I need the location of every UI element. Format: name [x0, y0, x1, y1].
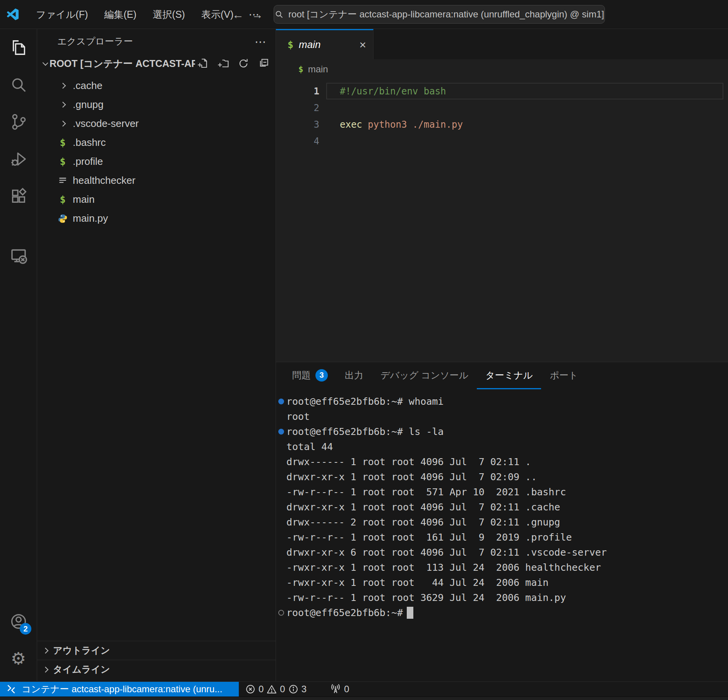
status-bar: コンテナー actcast-app-libcamera:native (unru… — [0, 681, 728, 697]
radio-tower-icon — [330, 683, 341, 695]
search-icon — [274, 10, 284, 19]
chevron-right-icon — [43, 647, 49, 654]
chevron-right-icon — [43, 666, 49, 673]
terminal-line: root@eff65e2bfb6b:~# ls -la — [276, 424, 728, 439]
code-editor[interactable]: 1 #!/usr/bin/env bash 2 3 exec python3 .… — [276, 79, 728, 149]
terminal-line: -rwxr-xr-x 1 root root 113 Jul 24 2006 h… — [276, 560, 728, 575]
tree-item-main[interactable]: $ main — [37, 190, 276, 209]
timeline-section[interactable]: タイムライン — [37, 660, 276, 679]
root-section-label: ROOT [コンテナー ACTCAST-APP... — [50, 57, 195, 70]
refresh-icon[interactable] — [238, 58, 249, 69]
python-icon — [58, 214, 68, 224]
tree-item-vscode-server[interactable]: .vscode-server — [37, 114, 276, 133]
tab-ports[interactable]: ポート — [541, 362, 586, 389]
remote-icon — [6, 684, 16, 694]
command-decoration-pending-icon — [278, 610, 284, 616]
bottom-strip — [0, 697, 728, 700]
code-line-2[interactable]: 2 — [276, 99, 728, 116]
terminal-line: root@eff65e2bfb6b:~# whoami — [276, 394, 728, 409]
chevron-down-icon — [43, 60, 48, 66]
settings-gear-icon[interactable]: ⚙ — [0, 640, 37, 677]
explorer-section-root[interactable]: ROOT [コンテナー ACTCAST-APP... — [37, 54, 276, 73]
error-icon — [245, 684, 256, 695]
bottom-panel: 問題 3 出力 デバッグ コンソール ターミナル ポート root@eff65e… — [276, 362, 728, 682]
chevron-right-icon — [60, 102, 66, 108]
command-decoration-icon — [278, 429, 284, 435]
tab-main[interactable]: $ main × — [276, 29, 373, 59]
terminal-line: drwx------ 2 root root 4096 Jul 7 02:11 … — [276, 515, 728, 530]
explorer-sidebar: エクスプローラー ⋯ ROOT [コンテナー ACTCAST-APP... — [37, 29, 276, 681]
tab-debug-console[interactable]: デバッグ コンソール — [372, 362, 477, 389]
code-line-1[interactable]: 1 #!/usr/bin/env bash — [276, 83, 728, 99]
explorer-header: エクスプローラー ⋯ — [37, 29, 276, 54]
terminal-line: drwxr-xr-x 6 root root 4096 Jul 7 02:11 … — [276, 545, 728, 560]
line-number: 3 — [276, 119, 319, 130]
menu-bar: ファイル(F) 編集(E) 選択(S) 表示(V) ⋯ — [28, 0, 266, 29]
new-folder-icon[interactable] — [218, 58, 229, 69]
tab-label: main — [299, 39, 354, 51]
tree-item-gnupg[interactable]: .gnupg — [37, 95, 276, 114]
problems-status[interactable]: 0 0 3 — [245, 684, 307, 695]
activity-bar-bottom: 2 ⚙ — [0, 603, 37, 681]
remote-explorer-icon[interactable] — [0, 237, 37, 274]
remote-indicator[interactable]: コンテナー actcast-app-libcamera:native (unru… — [0, 682, 239, 697]
tree-item-healthchecker[interactable]: healthchecker — [37, 171, 276, 190]
terminal[interactable]: root@eff65e2bfb6b:~# whoami root root@ef… — [276, 394, 728, 620]
terminal-line: -rw-r--r-- 1 root root 161 Jul 9 2019 .p… — [276, 530, 728, 545]
menu-edit[interactable]: 編集(E) — [96, 5, 144, 24]
terminal-cursor — [407, 607, 413, 619]
close-icon[interactable]: × — [359, 38, 366, 51]
new-file-icon[interactable] — [197, 58, 209, 69]
tab-terminal[interactable]: ターミナル — [477, 362, 541, 389]
tree-item-cache[interactable]: .cache — [37, 76, 276, 95]
search-view-icon[interactable] — [0, 66, 37, 103]
terminal-line: drwx------ 1 root root 4096 Jul 7 02:11 … — [276, 454, 728, 469]
menu-selection[interactable]: 選択(S) — [145, 5, 193, 24]
shellscript-icon: $ — [60, 156, 65, 167]
status-bar-items: 0 0 3 — [245, 682, 349, 697]
terminal-line: -rw-r--r-- 1 root root 571 Apr 10 2021 .… — [276, 484, 728, 500]
terminal-line: drwxr-xr-x 1 root root 4096 Jul 7 02:09 … — [276, 469, 728, 484]
run-debug-icon[interactable] — [0, 140, 37, 178]
explorer-more-actions-icon[interactable]: ⋯ — [255, 35, 267, 48]
terminal-line: -rw-r--r-- 1 root root 3629 Jul 24 2006 … — [276, 590, 728, 605]
accounts-badge: 2 — [20, 623, 31, 635]
vscode-window: ファイル(F) 編集(E) 選択(S) 表示(V) ⋯ ← → root [コン… — [0, 0, 728, 700]
accounts-icon[interactable]: 2 — [0, 603, 37, 640]
command-center[interactable]: root [コンテナー actcast-app-libcamera:native… — [274, 5, 605, 24]
shellscript-icon: $ — [288, 39, 293, 50]
shellscript-icon: $ — [60, 137, 65, 148]
panel-tab-bar: 問題 3 出力 デバッグ コンソール ターミナル ポート — [276, 362, 728, 389]
chevron-right-icon — [60, 121, 66, 127]
tab-output[interactable]: 出力 — [336, 362, 372, 389]
source-control-icon[interactable] — [0, 103, 37, 140]
warning-icon — [266, 684, 277, 695]
outline-section[interactable]: アウトライン — [37, 641, 276, 660]
terminal-line: drwxr-xr-x 1 root root 4096 Jul 7 02:11 … — [276, 500, 728, 515]
collapse-all-icon[interactable] — [258, 58, 269, 69]
command-center-text: root [コンテナー actcast-app-libcamera:native… — [288, 8, 604, 21]
vscode-logo-icon — [7, 9, 19, 20]
file-tree: .cache .gnupg .vscode-server $ .bashrc $… — [37, 76, 276, 228]
tree-item-main-py[interactable]: main.py — [37, 209, 276, 228]
code-line-4[interactable]: 4 — [276, 133, 728, 149]
explorer-title: エクスプローラー — [57, 35, 255, 48]
title-bar: ファイル(F) 編集(E) 選択(S) 表示(V) ⋯ ← → root [コン… — [0, 0, 728, 29]
back-icon[interactable]: ← — [232, 0, 244, 29]
breadcrumb[interactable]: $ main — [276, 59, 728, 79]
chevron-right-icon — [60, 83, 66, 89]
line-number: 1 — [276, 86, 319, 97]
menu-file[interactable]: ファイル(F) — [28, 5, 96, 24]
extensions-icon[interactable] — [0, 178, 37, 215]
line-number: 4 — [276, 136, 319, 147]
tree-item-bashrc[interactable]: $ .bashrc — [37, 133, 276, 152]
tab-bar: $ main × — [276, 29, 728, 59]
tree-item-profile[interactable]: $ .profile — [37, 152, 276, 171]
shellscript-icon: $ — [60, 194, 65, 205]
forward-icon[interactable]: → — [252, 0, 263, 29]
terminal-prompt-line: root@eff65e2bfb6b:~# — [276, 605, 728, 620]
ports-status[interactable]: 0 — [330, 683, 349, 695]
explorer-icon[interactable] — [0, 29, 37, 66]
tab-problems[interactable]: 問題 3 — [284, 362, 336, 389]
code-line-3[interactable]: 3 exec python3 ./main.py — [276, 116, 728, 133]
